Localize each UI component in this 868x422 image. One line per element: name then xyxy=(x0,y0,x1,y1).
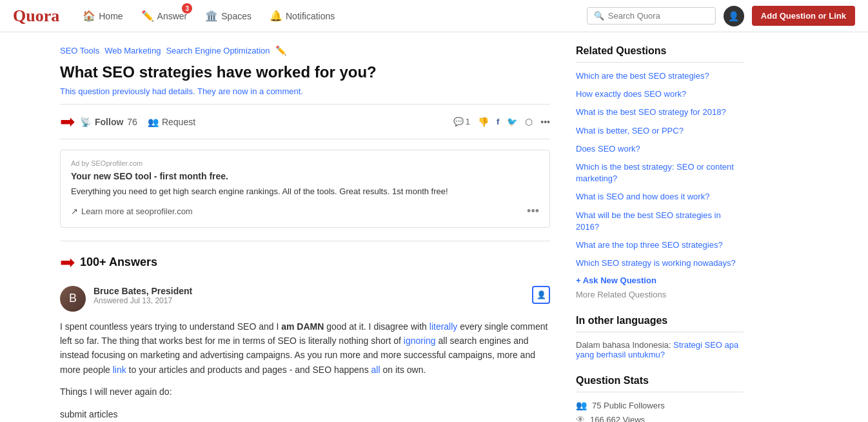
action-icons: 💬 1 👎 f 🐦 ⬡ ••• xyxy=(453,117,550,127)
comment-icon: 💬 xyxy=(453,117,464,126)
answer-author-row: B Bruce Bates, President Answered Jul 13… xyxy=(60,286,550,312)
nav-spaces[interactable]: 🏛️ Spaces xyxy=(197,6,259,26)
answer-item: B Bruce Bates, President Answered Jul 13… xyxy=(60,286,550,423)
avatar[interactable]: 👤 xyxy=(724,6,744,26)
ad-link-row: ↗ Learn more at seoprofiler.com ••• xyxy=(71,205,539,218)
answer-paragraph-2: Things I will never again do: xyxy=(60,385,550,399)
list-item: submit articles xyxy=(60,407,550,422)
related-question-7[interactable]: What will be the best SEO strategies in … xyxy=(576,210,744,233)
related-question-3[interactable]: What is better, SEO or PPC? xyxy=(576,125,744,137)
more-related-questions[interactable]: More Related Questions xyxy=(576,290,666,299)
twitter-icon[interactable]: 🐦 xyxy=(507,117,517,126)
related-question-1[interactable]: How exactly does SEO work? xyxy=(576,88,744,100)
request-icon: 👥 xyxy=(148,117,159,127)
main-nav: 🏠 Home ✏️ Answer 3 🏛️ Spaces 🔔 Notificat… xyxy=(75,6,579,26)
edit-icon[interactable]: ✏️ xyxy=(275,45,286,55)
breadcrumb-seo-tools[interactable]: SEO Tools xyxy=(60,46,99,55)
nav-notifications[interactable]: 🔔 Notifications xyxy=(262,6,342,26)
nav-home[interactable]: 🏠 Home xyxy=(75,6,130,26)
search-box[interactable]: 🔍 xyxy=(587,7,716,25)
ad-label: Ad by SEOprofiler.com xyxy=(71,159,539,167)
follow-icon: 📡 xyxy=(80,117,91,127)
quora-logo[interactable]: Quora xyxy=(13,6,59,26)
stats-views: 👁 166,662 Views xyxy=(576,414,744,422)
related-question-9[interactable]: Which SEO strategy is working nowadays? xyxy=(576,257,744,269)
add-question-button[interactable]: Add Question or Link xyxy=(752,6,855,26)
author-info: Bruce Bates, President Answered Jul 13, … xyxy=(94,286,532,305)
main-column: SEO Tools Web Marketing Search Engine Op… xyxy=(60,45,550,422)
ad-title: Your new SEO tool - first month free. xyxy=(71,171,539,181)
bell-icon: 🔔 xyxy=(270,10,282,22)
answer-text: I spent countless years trying to unders… xyxy=(60,319,550,423)
related-question-0[interactable]: Which are the best SEO strategies? xyxy=(576,70,744,82)
follow-count: 76 xyxy=(127,117,137,127)
nav-answer-label: Answer xyxy=(157,11,188,21)
ad-section: Ad by SEOprofiler.com Your new SEO tool … xyxy=(60,150,550,228)
breadcrumb-web-marketing[interactable]: Web Marketing xyxy=(104,46,161,55)
follow-row: ➡ 📡 Follow 76 xyxy=(60,111,137,132)
related-question-4[interactable]: Does SEO work? xyxy=(576,143,744,155)
nav-home-label: Home xyxy=(99,11,123,21)
related-questions-title: Related Questions xyxy=(576,45,744,63)
other-languages-section: In other languages Dalam bahasa Indonesi… xyxy=(576,315,744,359)
red-arrow-follow: ➡ xyxy=(60,111,75,132)
external-link-icon: ↗ xyxy=(71,206,78,216)
ad-link[interactable]: ↗ Learn more at seoprofiler.com xyxy=(71,206,193,216)
other-lang-text: Dalam bahasa Indonesia: Strategi SEO apa… xyxy=(576,340,744,359)
related-question-2[interactable]: What is the best SEO strategy for 2018? xyxy=(576,106,744,118)
spaces-icon: 🏛️ xyxy=(205,10,218,22)
action-bar: ➡ 📡 Follow 76 👥 Request 💬 1 👎 f 🐦 xyxy=(60,104,550,139)
breadcrumb-search-engine-optimization[interactable]: Search Engine Optimization xyxy=(166,46,270,55)
answers-count-row: ➡ 100+ Answers xyxy=(60,252,157,273)
sidebar: Related Questions Which are the best SEO… xyxy=(576,45,744,422)
ad-more-icon[interactable]: ••• xyxy=(527,205,539,218)
request-button[interactable]: 👥 Request xyxy=(148,117,195,127)
author-avatar-img: B xyxy=(60,286,86,312)
avatar-icon: 👤 xyxy=(728,11,739,21)
nav-notifications-label: Notifications xyxy=(286,11,335,21)
author-avatar: B xyxy=(60,286,86,312)
related-question-6[interactable]: What is SEO and how does it work? xyxy=(576,191,744,203)
red-arrow-answers: ➡ xyxy=(60,252,75,273)
question-note: This question previously had details. Th… xyxy=(60,86,550,96)
request-label: Request xyxy=(162,117,195,127)
ad-text: Everything you need to get high search e… xyxy=(71,185,539,198)
comment-count[interactable]: 💬 1 xyxy=(453,117,470,126)
edit-icon: ✏️ xyxy=(141,10,154,22)
breadcrumb: SEO Tools Web Marketing Search Engine Op… xyxy=(60,45,550,55)
credential-icon[interactable]: 👤 xyxy=(532,286,550,304)
question-stats-section: Question Stats 👥 75 Public Followers 👁 1… xyxy=(576,375,744,422)
author-date: Answered Jul 13, 2017 xyxy=(94,296,532,305)
more-icon[interactable]: ••• xyxy=(540,117,550,127)
things-list: submit articles submit to link directori… xyxy=(60,407,550,422)
related-question-8[interactable]: What are the top three SEO strategies? xyxy=(576,239,744,251)
views-icon: 👁 xyxy=(576,414,585,422)
page-title: What SEO strategies have worked for you? xyxy=(60,63,550,81)
search-input[interactable] xyxy=(608,11,709,21)
answers-header: ➡ 100+ Answers xyxy=(60,241,550,273)
home-icon: 🏠 xyxy=(83,10,95,22)
share-icon[interactable]: ⬡ xyxy=(525,117,533,127)
search-icon: 🔍 xyxy=(594,11,604,21)
followers-icon: 👥 xyxy=(576,400,587,410)
facebook-icon[interactable]: f xyxy=(497,117,499,126)
answer-paragraph-1: I spent countless years trying to unders… xyxy=(60,319,550,377)
follow-button[interactable]: 📡 Follow 76 xyxy=(80,117,137,127)
question-stats-title: Question Stats xyxy=(576,375,744,392)
downvote-icon[interactable]: 👎 xyxy=(478,117,489,127)
stats-followers: 👥 75 Public Followers xyxy=(576,400,744,410)
other-languages-title: In other languages xyxy=(576,315,744,332)
related-questions-section: Related Questions Which are the best SEO… xyxy=(576,45,744,299)
author-name[interactable]: Bruce Bates, President xyxy=(94,286,532,296)
nav-spaces-label: Spaces xyxy=(221,11,252,21)
related-question-5[interactable]: Which is the best strategy: SEO or conte… xyxy=(576,161,744,185)
follow-label: Follow xyxy=(95,117,123,127)
answers-count: 100+ Answers xyxy=(80,256,157,269)
ask-new-question[interactable]: + Ask New Question xyxy=(576,276,744,285)
